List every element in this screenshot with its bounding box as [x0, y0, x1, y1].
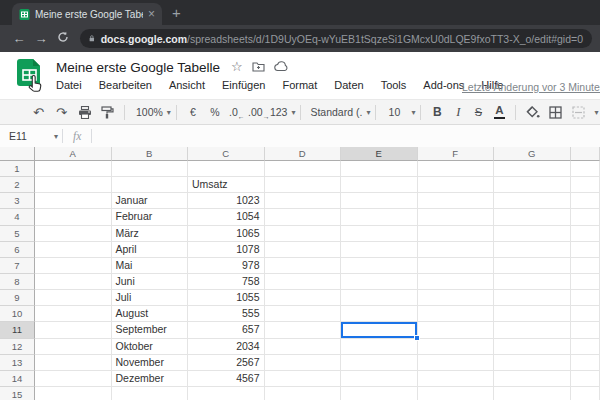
cell-C6[interactable]: 1078 — [188, 242, 265, 258]
decrease-decimals-button[interactable]: .0← — [226, 102, 248, 122]
cell-G6[interactable] — [494, 242, 571, 258]
cell-A2[interactable] — [35, 177, 112, 193]
strikethrough-button[interactable]: S — [468, 102, 488, 122]
row-header-13[interactable]: 13 — [0, 355, 35, 371]
column-header-B[interactable]: B — [112, 147, 189, 161]
cell-C1[interactable] — [188, 161, 265, 177]
cell-F10[interactable] — [418, 306, 495, 322]
cell-D1[interactable] — [265, 161, 342, 177]
cell-A11[interactable] — [35, 322, 112, 338]
row-header-9[interactable]: 9 — [0, 290, 35, 306]
cell-C8[interactable]: 758 — [188, 274, 265, 290]
cell-F3[interactable] — [418, 193, 495, 209]
cell-F5[interactable] — [418, 226, 495, 242]
cell-A15[interactable] — [35, 387, 112, 400]
cell-E9[interactable] — [341, 290, 418, 306]
cell-C13[interactable]: 2567 — [188, 355, 265, 371]
cell-E2[interactable] — [341, 177, 418, 193]
fill-handle[interactable] — [414, 335, 420, 341]
zoom-select[interactable]: 100% ▾ — [130, 102, 171, 122]
cell-A3[interactable] — [35, 193, 112, 209]
cell-C15[interactable] — [188, 387, 265, 400]
cell-G5[interactable] — [494, 226, 571, 242]
cell-F6[interactable] — [418, 242, 495, 258]
menu-add-ons[interactable]: Add-ons — [423, 79, 464, 91]
cell-G11[interactable] — [494, 322, 571, 338]
cell-B2[interactable] — [112, 177, 189, 193]
cell-A14[interactable] — [35, 371, 112, 387]
cell-C7[interactable]: 978 — [188, 258, 265, 274]
cell-A10[interactable] — [35, 306, 112, 322]
cell-partial-row-8[interactable] — [571, 274, 600, 290]
cell-B1[interactable] — [112, 161, 189, 177]
cell-A4[interactable] — [35, 209, 112, 225]
undo-icon[interactable]: ↶ — [27, 102, 50, 122]
cell-B5[interactable]: März — [112, 226, 189, 242]
row-header-15[interactable]: 15 — [0, 387, 35, 400]
menu-tools[interactable]: Tools — [381, 79, 407, 91]
cell-B3[interactable]: Januar — [112, 193, 189, 209]
menu-ansicht[interactable]: Ansicht — [169, 79, 205, 91]
cell-G3[interactable] — [494, 193, 571, 209]
cell-C14[interactable]: 4567 — [188, 371, 265, 387]
row-header-8[interactable]: 8 — [0, 274, 35, 290]
cell-partial-row-2[interactable] — [571, 177, 600, 193]
cell-B15[interactable] — [112, 387, 189, 400]
italic-button[interactable]: I — [448, 102, 468, 122]
merge-cells-icon[interactable] — [567, 102, 590, 122]
cell-C4[interactable]: 1054 — [188, 209, 265, 225]
browser-tab[interactable]: Meine erste Google Tabelle - Goo × — [12, 3, 162, 25]
cell-G10[interactable] — [494, 306, 571, 322]
sheets-logo-icon[interactable] — [16, 59, 43, 86]
cell-D11[interactable] — [265, 322, 342, 338]
row-header-7[interactable]: 7 — [0, 258, 35, 274]
back-icon[interactable]: ← — [8, 31, 30, 46]
menu-bearbeiten[interactable]: Bearbeiten — [99, 79, 152, 91]
cell-A12[interactable] — [35, 339, 112, 355]
cell-partial-row-7[interactable] — [571, 258, 600, 274]
row-header-4[interactable]: 4 — [0, 209, 35, 225]
cell-partial-row-10[interactable] — [571, 306, 600, 322]
cell-D15[interactable] — [265, 387, 342, 400]
cell-F8[interactable] — [418, 274, 495, 290]
format-percent-button[interactable]: % — [204, 102, 226, 122]
cell-C2[interactable]: Umsatz — [188, 177, 265, 193]
fill-color-icon[interactable] — [521, 102, 544, 122]
cell-E1[interactable] — [341, 161, 418, 177]
cell-C3[interactable]: 1023 — [188, 193, 265, 209]
cell-F14[interactable] — [418, 371, 495, 387]
cell-A8[interactable] — [35, 274, 112, 290]
reload-icon[interactable] — [52, 31, 74, 46]
name-box[interactable]: E11 ▾ — [0, 130, 62, 142]
menu-daten[interactable]: Daten — [334, 79, 363, 91]
row-header-10[interactable]: 10 — [0, 306, 35, 322]
cell-C10[interactable]: 555 — [188, 306, 265, 322]
menu-einf-gen[interactable]: Einfügen — [222, 79, 265, 91]
cell-partial-row-9[interactable] — [571, 290, 600, 306]
paint-format-icon[interactable] — [96, 102, 119, 122]
cell-E4[interactable] — [341, 209, 418, 225]
more-formats-button[interactable]: 123 ▾ — [270, 102, 296, 122]
print-icon[interactable] — [73, 102, 96, 122]
cell-G9[interactable] — [494, 290, 571, 306]
cell-G15[interactable] — [494, 387, 571, 400]
cell-G8[interactable] — [494, 274, 571, 290]
cell-A6[interactable] — [35, 242, 112, 258]
cell-G2[interactable] — [494, 177, 571, 193]
cell-C12[interactable]: 2034 — [188, 339, 265, 355]
column-header-C[interactable]: C — [188, 147, 265, 161]
cell-F2[interactable] — [418, 177, 495, 193]
new-tab-icon[interactable]: + — [172, 3, 181, 23]
cell-G7[interactable] — [494, 258, 571, 274]
cell-partial-row-12[interactable] — [571, 339, 600, 355]
star-icon[interactable]: ☆ — [231, 59, 243, 74]
cell-E5[interactable] — [341, 226, 418, 242]
cell-D14[interactable] — [265, 371, 342, 387]
row-header-11[interactable]: 11 — [0, 322, 35, 338]
increase-decimals-button[interactable]: .00→ — [248, 102, 270, 122]
move-folder-icon[interactable] — [252, 61, 265, 72]
cell-A7[interactable] — [35, 258, 112, 274]
cell-A13[interactable] — [35, 355, 112, 371]
cell-D7[interactable] — [265, 258, 342, 274]
redo-icon[interactable]: ↷ — [50, 102, 73, 122]
